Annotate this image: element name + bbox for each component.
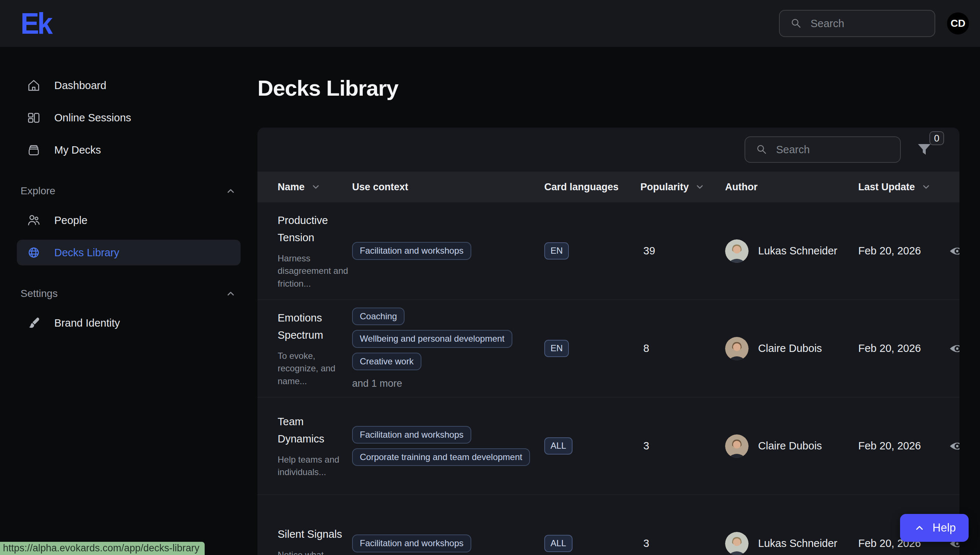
chevron-down-icon: [920, 181, 932, 193]
language-cell: ALL: [544, 535, 640, 552]
search-icon: [789, 16, 803, 30]
chevron-up-icon: [913, 521, 926, 534]
filter-icon: [916, 153, 933, 159]
filter-button[interactable]: 0: [916, 141, 933, 158]
global-search-input[interactable]: [811, 18, 925, 30]
help-label: Help: [933, 521, 956, 534]
sidebar-item-brand-identity[interactable]: Brand Identity: [17, 310, 241, 336]
decks-table-card: 0 Name Use context Card languages Popula…: [257, 128, 959, 555]
language-badge: EN: [544, 340, 569, 357]
last-update-value: Feb 20, 2026: [858, 342, 950, 354]
filter-count-badge: 0: [929, 131, 944, 145]
sidebar-item-label: My Decks: [54, 144, 101, 156]
column-header-name[interactable]: Name: [278, 181, 352, 193]
sidebar-item-decks-library[interactable]: Decks Library: [17, 240, 241, 265]
name-cell: Team Dynamics Help teams and individuals…: [278, 413, 349, 478]
deck-subtitle: To evoke, recognize, and name...: [278, 350, 349, 387]
language-cell: ALL: [544, 437, 640, 454]
popularity-value: 3: [640, 440, 725, 452]
eye-icon[interactable]: [948, 242, 959, 260]
global-search[interactable]: [779, 10, 935, 37]
eye-icon[interactable]: [948, 437, 959, 455]
name-cell: Emotions Spectrum To evoke, recognize, a…: [278, 310, 349, 387]
name-cell: Productive Tension Harness disagreement …: [278, 212, 349, 290]
table-row[interactable]: Productive Tension Harness disagreement …: [257, 202, 959, 300]
table-search[interactable]: [745, 136, 901, 163]
sidebar-item-people[interactable]: People: [17, 207, 241, 233]
sidebar: Dashboard Online Sessions My Decks Explo…: [0, 47, 257, 555]
author-name: Lukas Schneider: [758, 537, 837, 550]
chevron-down-icon: [310, 181, 322, 193]
tags: Facilitation and workshops: [352, 242, 544, 260]
deck-subtitle: Harness disagreement and friction...: [278, 252, 349, 290]
popularity-value: 39: [640, 245, 725, 257]
deck-name: Productive Tension: [278, 212, 349, 246]
search-icon: [755, 143, 769, 157]
tags: Facilitation and workshopsCorporate trai…: [352, 426, 544, 466]
decks-box-icon: [26, 143, 41, 157]
sidebar-section-settings[interactable]: Settings: [21, 287, 237, 300]
table-row[interactable]: Team Dynamics Help teams and individuals…: [257, 397, 959, 495]
chevron-up-icon: [225, 287, 237, 300]
eye-icon[interactable]: [948, 340, 959, 358]
brush-icon: [26, 316, 41, 330]
section-title: Explore: [21, 185, 55, 197]
app-logo[interactable]: Ek: [21, 8, 51, 38]
author-avatar: [725, 435, 749, 458]
chevron-up-icon: [225, 185, 237, 197]
column-header-popularity[interactable]: Popularity: [640, 181, 725, 193]
deck-name: Emotions Spectrum: [278, 310, 349, 344]
use-context-tag: Corporate training and team development: [352, 448, 530, 466]
people-icon: [26, 213, 41, 228]
author-name: Claire Dubois: [758, 440, 822, 452]
use-context-tag: Creative work: [352, 353, 421, 370]
sidebar-section-explore[interactable]: Explore: [21, 185, 237, 197]
sidebar-item-dashboard[interactable]: Dashboard: [17, 72, 241, 98]
chevron-down-icon: [694, 181, 706, 193]
table-row[interactable]: Emotions Spectrum To evoke, recognize, a…: [257, 300, 959, 397]
user-avatar[interactable]: CD: [947, 13, 969, 34]
column-header-use-context: Use context: [352, 181, 544, 193]
author-avatar: [725, 239, 749, 263]
language-badge: ALL: [544, 437, 572, 454]
tags: CoachingWellbeing and personal developme…: [352, 308, 544, 389]
table-row[interactable]: Silent Signals Notice what... Facilitati…: [257, 495, 959, 555]
sidebar-item-my-decks[interactable]: My Decks: [17, 137, 241, 163]
last-update-value: Feb 20, 2026: [858, 245, 950, 257]
sidebar-item-online-sessions[interactable]: Online Sessions: [17, 105, 241, 130]
status-bar-url: https://alpha.evokards.com/app/decks-lib…: [0, 542, 205, 555]
table-body: Productive Tension Harness disagreement …: [257, 202, 959, 555]
author-cell: Lukas Schneider: [725, 532, 858, 555]
author-cell: Claire Dubois: [725, 435, 858, 458]
topbar: Ek CD: [0, 0, 980, 47]
language-cell: EN: [544, 340, 640, 357]
language-cell: EN: [544, 242, 640, 259]
home-icon: [26, 78, 41, 93]
use-context-tag: Coaching: [352, 308, 405, 325]
language-badge: EN: [544, 242, 569, 259]
deck-name: Silent Signals: [278, 526, 349, 543]
globe-icon: [26, 245, 41, 260]
name-cell: Silent Signals Notice what...: [278, 526, 349, 555]
column-header-last-update[interactable]: Last Update: [858, 181, 950, 193]
column-header-author: Author: [725, 181, 858, 193]
author-name: Lukas Schneider: [758, 245, 837, 257]
page-title: Decks Library: [257, 75, 980, 101]
use-context-tag: Facilitation and workshops: [352, 242, 471, 260]
popularity-value: 8: [640, 342, 725, 354]
use-context-tag: Wellbeing and personal development: [352, 330, 512, 348]
help-button[interactable]: Help: [900, 514, 969, 542]
table-search-input[interactable]: [776, 144, 890, 156]
sidebar-item-label: Dashboard: [54, 80, 106, 91]
author-cell: Claire Dubois: [725, 337, 858, 360]
sessions-icon: [26, 110, 41, 125]
more-tags-label: and 1 more: [352, 378, 402, 389]
table-header-row: Name Use context Card languages Populari…: [257, 172, 959, 202]
popularity-value: 3: [640, 537, 725, 550]
tags: Facilitation and workshops: [352, 534, 544, 552]
section-title: Settings: [21, 288, 58, 300]
deck-name: Team Dynamics: [278, 413, 349, 448]
author-avatar: [725, 532, 749, 555]
column-header-card-languages: Card languages: [544, 181, 640, 193]
table-toolbar: 0: [257, 128, 959, 172]
